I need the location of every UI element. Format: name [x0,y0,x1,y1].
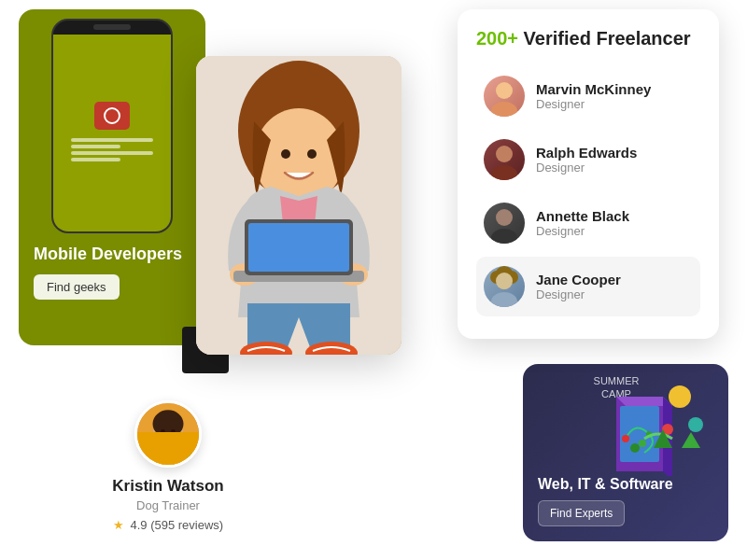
svg-point-31 [161,429,165,434]
card-illustration: SUMMER CAMP [523,364,728,476]
svg-rect-35 [154,444,181,451]
svg-point-30 [153,410,184,437]
svg-point-4 [281,149,290,159]
svg-point-5 [307,149,317,159]
kristin-avatar [134,400,202,468]
avatar [484,266,525,307]
svg-point-13 [496,82,513,99]
camera-icon [94,102,130,130]
freelancer-name: Jane Cooper [536,272,621,287]
freelancer-name: Ralph Edwards [536,145,637,161]
svg-point-16 [491,165,517,180]
freelancer-list-card: 200+ Verified Freelancer Marvin McKinney… [458,9,719,339]
avatar [484,203,525,244]
find-experts-button[interactable]: Find Experts [538,500,625,526]
svg-point-32 [171,429,176,434]
svg-point-20 [491,292,517,307]
svg-marker-47 [682,432,700,448]
freelancer-role: Designer [536,287,621,301]
avatar [484,139,525,180]
text-line [71,145,120,148]
person-illustration [196,56,402,355]
kristin-role: Dog Trainer [75,498,261,512]
find-geeks-button[interactable]: Find geeks [34,274,120,300]
svg-point-17 [496,209,513,226]
svg-point-15 [496,146,513,162]
text-line [71,151,153,155]
text-line [71,158,120,161]
avatar [484,76,525,117]
web-card-svg: SUMMER CAMP [523,364,728,476]
svg-rect-33 [149,450,187,455]
web-card-title: Web, IT & Software [538,476,713,493]
svg-rect-10 [248,223,349,272]
text-line [71,138,153,142]
freelancer-role: Designer [536,161,637,175]
rating-reviews: (595 reviews) [150,518,223,532]
svg-rect-27 [163,440,174,450]
svg-point-44 [688,417,703,432]
svg-rect-34 [153,442,184,453]
svg-point-18 [491,229,517,244]
kristin-name: Kristin Watson [75,477,261,496]
svg-point-42 [639,440,646,447]
freelancer-item-active[interactable]: Jane Cooper Designer [476,257,700,316]
phone-mockup [51,19,173,233]
svg-point-43 [669,385,691,408]
svg-point-39 [622,435,629,442]
svg-text:SUMMER: SUMMER [594,375,640,386]
freelancer-header: 200+ Verified Freelancer [476,28,700,49]
svg-point-41 [630,443,640,453]
freelancer-item[interactable]: Annette Black Designer [476,193,700,253]
svg-point-14 [491,102,517,117]
star-icon: ★ [113,518,124,532]
rating-value: 4.9 [130,518,147,532]
freelancer-item[interactable]: Marvin McKinney Designer [476,66,700,126]
web-it-software-card: SUMMER CAMP [523,364,728,541]
freelancer-name: Annette Black [536,208,629,224]
card-title: Mobile Developers [34,245,190,265]
svg-point-26 [149,443,187,468]
kristin-watson-card: Kristin Watson Dog Trainer ★ 4.9 (595 re… [75,400,261,532]
online-indicator [184,450,195,461]
kristin-rating: ★ 4.9 (595 reviews) [75,518,261,532]
center-photo-card [196,56,402,355]
freelancer-role: Designer [536,97,651,111]
svg-point-24 [496,273,513,289]
mobile-developers-card: Mobile Developers Find geeks [19,9,205,345]
freelancer-name: Marvin McKinney [536,81,651,97]
freelancer-role: Designer [536,224,629,238]
freelancer-item[interactable]: Ralph Edwards Designer [476,130,700,189]
